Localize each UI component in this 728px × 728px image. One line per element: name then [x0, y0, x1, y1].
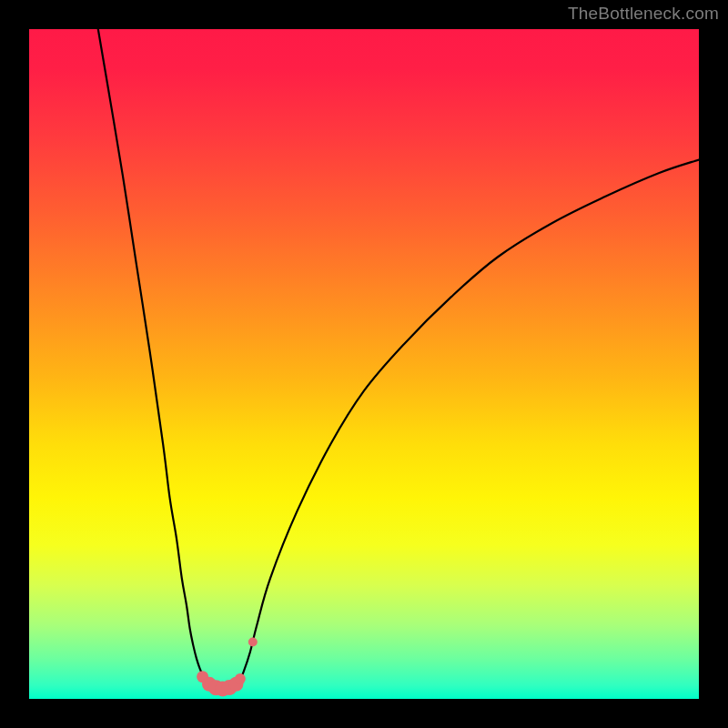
- chart-svg: [29, 29, 699, 699]
- trough-dot: [235, 673, 246, 684]
- marker-layer: [197, 637, 258, 696]
- plot-area: [29, 29, 699, 699]
- series-left-curve: [98, 29, 214, 687]
- curve-layer: [98, 29, 699, 689]
- series-right-curve: [233, 160, 699, 687]
- chart-frame: TheBottleneck.com: [0, 0, 728, 728]
- watermark-text: TheBottleneck.com: [568, 4, 719, 24]
- trough-dot: [248, 637, 258, 646]
